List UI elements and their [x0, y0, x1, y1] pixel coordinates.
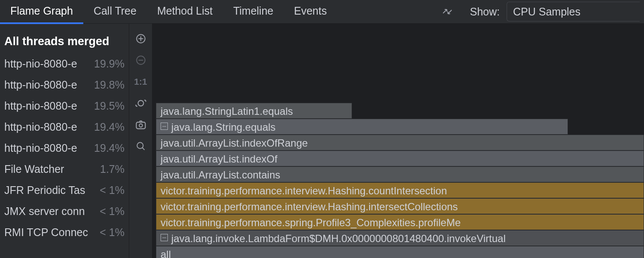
- focus-method-icon[interactable]: [439, 3, 456, 20]
- flame-frame-label: java.util.ArrayList.indexOf: [161, 153, 277, 165]
- thread-name: JMX server conn: [4, 205, 85, 218]
- thread-row[interactable]: http-nio-8080-e 19.4%: [0, 138, 129, 159]
- thread-pct: < 1%: [100, 226, 125, 239]
- tab-call-tree[interactable]: Call Tree: [83, 0, 147, 24]
- thread-row[interactable]: http-nio-8080-e 19.8%: [0, 74, 129, 95]
- thread-pct: < 1%: [100, 184, 125, 197]
- flame-graph-canvas[interactable]: java.lang.StringLatin1.equalsjava.lang.S…: [152, 24, 644, 258]
- flame-frame-label: victor.training.performance.interview.Ha…: [161, 201, 458, 212]
- flame-frame-label: java.lang.String.equals: [171, 121, 276, 133]
- thread-name: http-nio-8080-e: [4, 79, 77, 91]
- thread-name: http-nio-8080-e: [4, 142, 77, 154]
- flame-frame-label: victor.training.performance.interview.Ha…: [161, 185, 447, 197]
- search-icon[interactable]: [134, 139, 148, 154]
- thread-name: RMI TCP Connec: [4, 226, 88, 239]
- thread-row[interactable]: JMX server conn < 1%: [0, 201, 129, 222]
- flame-frame-label: java.util.ArrayList.contains: [161, 169, 280, 181]
- thread-name: http-nio-8080-e: [4, 121, 77, 133]
- flame-frame[interactable]: victor.training.performance.interview.Ha…: [156, 182, 644, 198]
- flame-frame[interactable]: victor.training.performance.interview.Ha…: [156, 198, 644, 214]
- thread-pct: 19.4%: [94, 142, 125, 154]
- thread-name: JFR Periodic Tas: [4, 184, 85, 197]
- flame-frame-label: java.lang.invoke.LambdaForm$DMH.0x000000…: [171, 233, 506, 244]
- show-label: Show:: [470, 6, 500, 18]
- tabbar: Flame Graph Call Tree Method List Timeli…: [0, 0, 644, 24]
- flame-frame-label: java.lang.StringLatin1.equals: [161, 105, 293, 117]
- actual-size-button[interactable]: 1:1: [134, 74, 147, 89]
- presentation-icon[interactable]: [134, 96, 148, 111]
- thread-row[interactable]: JFR Periodic Tas < 1%: [0, 180, 129, 201]
- flame-frame[interactable]: java.lang.String.equals: [156, 119, 568, 135]
- flame-frame[interactable]: victor.training.performance.spring.Profi…: [156, 214, 644, 230]
- tab-flame-graph[interactable]: Flame Graph: [0, 0, 83, 24]
- zoom-out-icon: [134, 53, 148, 68]
- thread-pct: 19.8%: [94, 79, 125, 91]
- svg-point-2: [138, 101, 143, 106]
- svg-point-4: [139, 124, 142, 127]
- collapse-icon[interactable]: [161, 234, 168, 241]
- thread-row[interactable]: RMI TCP Connec < 1%: [0, 222, 129, 243]
- flame-frame-label: victor.training.performance.spring.Profi…: [161, 217, 461, 228]
- thread-pct: 19.9%: [94, 58, 125, 70]
- show-select-value: CPU Samples: [513, 6, 580, 18]
- flame-toolbar: 1:1: [129, 24, 152, 258]
- show-select[interactable]: CPU Samples: [507, 2, 640, 22]
- thread-row[interactable]: File Watcher 1.7%: [0, 159, 129, 180]
- thread-row[interactable]: http-nio-8080-e 19.5%: [0, 95, 129, 117]
- screenshot-icon[interactable]: [134, 117, 148, 132]
- thread-name: http-nio-8080-e: [4, 100, 77, 112]
- flame-frame[interactable]: all: [156, 246, 644, 258]
- flame-frame[interactable]: java.util.ArrayList.indexOf: [156, 150, 644, 166]
- collapse-icon[interactable]: [161, 123, 168, 130]
- thread-pct: 19.4%: [94, 121, 125, 133]
- thread-pct: < 1%: [100, 205, 125, 218]
- svg-rect-3: [136, 122, 145, 129]
- flame-frame[interactable]: java.lang.invoke.LambdaForm$DMH.0x000000…: [156, 230, 644, 246]
- thread-pct: 19.5%: [94, 100, 125, 112]
- flame-frame[interactable]: java.util.ArrayList.indexOfRange: [156, 135, 644, 150]
- threads-panel: All threads merged http-nio-8080-e 19.9%…: [0, 24, 129, 258]
- thread-name: File Watcher: [4, 163, 64, 175]
- threads-title[interactable]: All threads merged: [0, 30, 129, 53]
- thread-name: http-nio-8080-e: [4, 58, 77, 70]
- flame-frame[interactable]: java.lang.StringLatin1.equals: [156, 103, 352, 119]
- flame-frame[interactable]: java.util.ArrayList.contains: [156, 166, 644, 182]
- thread-row[interactable]: http-nio-8080-e 19.4%: [0, 117, 129, 138]
- thread-row[interactable]: http-nio-8080-e 19.9%: [0, 53, 129, 74]
- tab-timeline[interactable]: Timeline: [223, 0, 284, 24]
- thread-pct: 1.7%: [100, 163, 125, 175]
- tab-method-list[interactable]: Method List: [147, 0, 223, 24]
- flame-frame-label: java.util.ArrayList.indexOfRange: [161, 137, 308, 149]
- zoom-in-icon[interactable]: [134, 31, 148, 46]
- flame-frame-label: all: [161, 249, 171, 258]
- tab-events[interactable]: Events: [284, 0, 337, 24]
